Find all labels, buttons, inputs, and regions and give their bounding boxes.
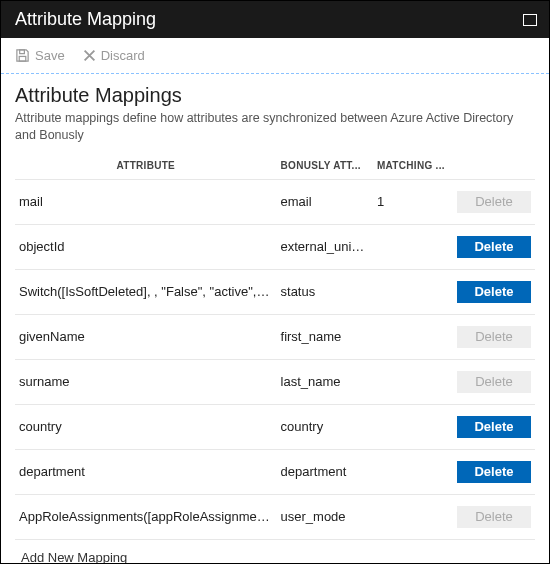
cell-attribute: country: [15, 404, 277, 449]
cell-action: Delete: [453, 359, 535, 404]
cell-matching: [373, 449, 453, 494]
toolbar: Save Discard: [1, 38, 549, 74]
cell-action: Delete: [453, 179, 535, 224]
page-title: Attribute Mapping: [15, 9, 156, 30]
cell-action: Delete: [453, 269, 535, 314]
delete-button: Delete: [457, 326, 531, 348]
delete-button[interactable]: Delete: [457, 461, 531, 483]
table-row[interactable]: Switch([IsSoftDeleted], , "False", "acti…: [15, 269, 535, 314]
save-icon: [15, 48, 30, 63]
delete-button[interactable]: Delete: [457, 416, 531, 438]
save-button[interactable]: Save: [15, 48, 65, 63]
mappings-table: ATTRIBUTE BONUSLY ATT... MATCHING ... ma…: [15, 154, 535, 540]
content: Attribute Mappings Attribute mappings de…: [1, 74, 549, 564]
table-row[interactable]: objectIdexternal_uniq...Delete: [15, 224, 535, 269]
cell-attribute: givenName: [15, 314, 277, 359]
maximize-icon[interactable]: [523, 14, 537, 26]
cell-action: Delete: [453, 314, 535, 359]
save-label: Save: [35, 48, 65, 63]
cell-matching: [373, 494, 453, 539]
delete-button[interactable]: Delete: [457, 281, 531, 303]
cell-attribute: objectId: [15, 224, 277, 269]
cell-attribute: surname: [15, 359, 277, 404]
cell-attribute: department: [15, 449, 277, 494]
cell-action: Delete: [453, 494, 535, 539]
cell-bonusly: email: [277, 179, 373, 224]
table-row[interactable]: departmentdepartmentDelete: [15, 449, 535, 494]
table-row[interactable]: surnamelast_nameDelete: [15, 359, 535, 404]
cell-bonusly: first_name: [277, 314, 373, 359]
cell-matching: [373, 404, 453, 449]
cell-bonusly: status: [277, 269, 373, 314]
cell-bonusly: department: [277, 449, 373, 494]
discard-button[interactable]: Discard: [83, 48, 145, 63]
col-actions: [453, 154, 535, 180]
table-row[interactable]: givenNamefirst_nameDelete: [15, 314, 535, 359]
delete-button: Delete: [457, 191, 531, 213]
col-matching: MATCHING ...: [373, 154, 453, 180]
cell-attribute: Switch([IsSoftDeleted], , "False", "acti…: [15, 269, 277, 314]
titlebar: Attribute Mapping: [1, 1, 549, 38]
section-description: Attribute mappings define how attributes…: [15, 110, 535, 144]
col-bonusly: BONUSLY ATT...: [277, 154, 373, 180]
table-row[interactable]: AppRoleAssignments([appRoleAssignments])…: [15, 494, 535, 539]
svg-rect-1: [19, 56, 26, 61]
table-row[interactable]: mailemail1Delete: [15, 179, 535, 224]
col-attribute: ATTRIBUTE: [15, 154, 277, 180]
add-new-mapping-link[interactable]: Add New Mapping: [15, 540, 535, 564]
cell-action: Delete: [453, 404, 535, 449]
delete-button: Delete: [457, 371, 531, 393]
discard-label: Discard: [101, 48, 145, 63]
table-row[interactable]: countrycountryDelete: [15, 404, 535, 449]
delete-button[interactable]: Delete: [457, 236, 531, 258]
cell-matching: [373, 314, 453, 359]
cell-matching: [373, 269, 453, 314]
cell-matching: [373, 224, 453, 269]
cell-action: Delete: [453, 224, 535, 269]
section-heading: Attribute Mappings: [15, 84, 535, 107]
cell-matching: 1: [373, 179, 453, 224]
cell-attribute: mail: [15, 179, 277, 224]
cell-bonusly: last_name: [277, 359, 373, 404]
close-icon: [83, 49, 96, 62]
cell-matching: [373, 359, 453, 404]
svg-rect-0: [20, 50, 25, 54]
cell-attribute: AppRoleAssignments([appRoleAssignments]): [15, 494, 277, 539]
cell-bonusly: external_uniq...: [277, 224, 373, 269]
delete-button: Delete: [457, 506, 531, 528]
cell-action: Delete: [453, 449, 535, 494]
cell-bonusly: user_mode: [277, 494, 373, 539]
cell-bonusly: country: [277, 404, 373, 449]
